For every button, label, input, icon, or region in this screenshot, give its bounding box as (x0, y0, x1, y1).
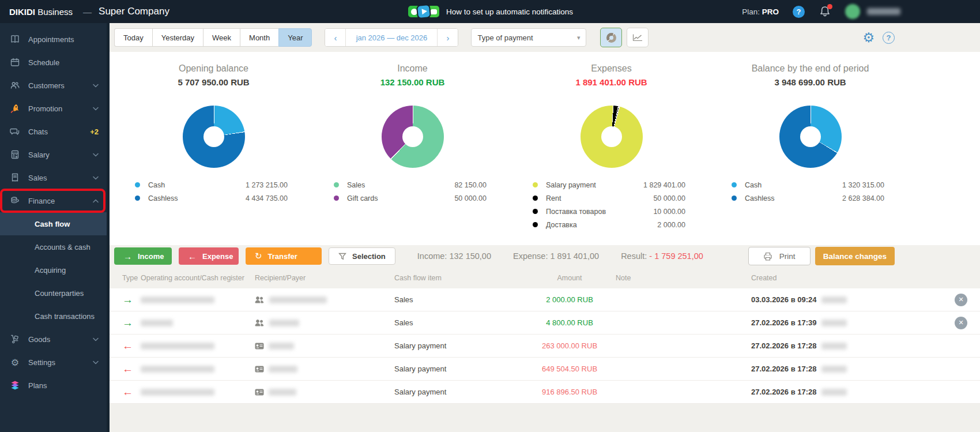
sidebar-item-chats[interactable]: Chats +2 (0, 120, 107, 143)
printer-icon (763, 252, 772, 261)
legend-value: 82 150.00 (454, 181, 487, 189)
table-row[interactable]: ← Salary payment 649 504.50 RUB 27.02.20… (107, 358, 980, 381)
sidebar-item-label: Chats (28, 127, 90, 136)
period-today-button[interactable]: Today (114, 28, 152, 47)
legend-value: 4 434 735.00 (246, 194, 288, 202)
sidebar-item-cash-flow[interactable]: Cash flow (0, 212, 107, 235)
selection-filter-button[interactable]: Selection (329, 247, 395, 265)
sidebar-item-cash-transactions[interactable]: Cash transactions (0, 305, 107, 328)
chevron-up-icon (93, 199, 99, 203)
sidebar-item-accounts-cash[interactable]: Accounts & cash (0, 235, 107, 258)
balance-changes-button[interactable]: Balance changes (815, 247, 895, 265)
table-row[interactable]: → Sales 2 000.00 RUB 03.03.2026 в 09:24 … (107, 288, 980, 311)
sidebar-item-customers[interactable]: Customers (0, 74, 107, 97)
line-chart-view-button[interactable] (627, 28, 649, 47)
account-blurred (141, 364, 255, 374)
legend-value: 50 000.00 (454, 194, 487, 202)
sidebar-item-acquiring[interactable]: Acquiring (0, 258, 107, 281)
amount: 916 896.50 RUB (529, 388, 610, 396)
sidebar-item-promotion[interactable]: Promotion (0, 97, 107, 120)
account-blurred (141, 341, 255, 351)
add-expense-button[interactable]: ←Expense (179, 247, 239, 265)
donut-chart-icon (606, 33, 616, 43)
legend-item: Cash 1 320 315.00 (732, 178, 884, 191)
help-icon[interactable]: ? (883, 32, 895, 44)
card-icon (255, 343, 264, 350)
calendar-icon (9, 57, 21, 67)
amount: 2 000.00 RUB (529, 295, 610, 304)
next-period-button[interactable]: › (437, 29, 458, 46)
legend-label: Cash (148, 181, 165, 189)
legend-label: Gift cards (347, 194, 378, 202)
expense-arrow-icon: ← (114, 386, 141, 399)
transfer-button[interactable]: ↻Transfer (246, 247, 322, 265)
add-income-button[interactable]: →Income (114, 247, 172, 265)
author-blurred (821, 296, 847, 303)
card-total: 5 707 950.00 RUB (114, 77, 313, 87)
legend-dot (732, 196, 737, 201)
legend-value: 1 320 315.00 (842, 181, 884, 189)
legend-label: Cashless (148, 194, 178, 202)
action-bar: →Income ←Expense ↻Transfer Selection Inc… (107, 245, 980, 267)
chevron-down-icon (93, 176, 99, 180)
legend-value: 10 000.00 (653, 208, 685, 216)
delete-row-button[interactable]: ✕ (955, 317, 967, 329)
notifications-bell-icon[interactable] (819, 5, 831, 18)
period-year-button[interactable]: Year (278, 28, 312, 47)
sidebar-item-schedule[interactable]: Schedule (0, 51, 107, 74)
sidebar-item-label: Sales (28, 174, 93, 182)
transfer-icon: ↻ (255, 251, 262, 261)
closing-balance-card: Balance by the end of period 3 948 699.0… (711, 52, 910, 245)
help-icon[interactable]: ? (793, 6, 805, 18)
card-title: Expenses (512, 63, 711, 74)
income-total: Income: 132 150,00 (417, 251, 491, 261)
recipient-cell (255, 366, 394, 373)
settings-gear-icon[interactable]: ⚙ (862, 31, 875, 44)
card-icon (255, 366, 264, 373)
cash-flow-item: Sales (394, 318, 529, 327)
legend-dot (732, 182, 737, 187)
legend-dot (135, 182, 140, 187)
author-blurred (821, 389, 847, 396)
print-button[interactable]: Print (748, 247, 811, 265)
period-month-button[interactable]: Month (240, 28, 278, 47)
payment-type-dropdown[interactable]: Type of payment ▾ (471, 28, 586, 47)
sidebar-item-plans[interactable]: Plans (0, 374, 107, 397)
recipient-blurred (269, 389, 296, 396)
column-recipient: Recipient/Payer (255, 274, 394, 282)
created-cell: 03.03.2026 в 09:24 (751, 295, 955, 304)
legend-item: Доставка 2 000.00 (533, 218, 685, 231)
plan-label: Plan: PRO (742, 7, 779, 16)
company-name[interactable]: Super Company (99, 6, 169, 17)
sidebar-item-salary[interactable]: Salary (0, 143, 107, 166)
legend-value: 2 628 384.00 (842, 194, 884, 202)
card-total: 132 150.00 RUB (313, 77, 512, 87)
sidebar-item-goods[interactable]: Goods (0, 328, 107, 351)
delete-row-button[interactable]: ✕ (955, 294, 967, 306)
expenses-card: Expenses 1 891 401.00 RUB Salary payment… (512, 52, 711, 245)
sidebar-item-sales[interactable]: Sales (0, 166, 107, 189)
legend-dot (533, 196, 538, 201)
sidebar-item-appointments[interactable]: Appointments (0, 28, 107, 51)
period-yesterday-button[interactable]: Yesterday (152, 28, 203, 47)
legend: Cash 1 320 315.00 Cashless 2 628 384.00 (711, 178, 910, 205)
sidebar-item-finance[interactable]: Finance (0, 189, 107, 212)
app-logo[interactable]: DIKIDI Business (9, 7, 73, 17)
opening-balance-donut-chart (183, 106, 245, 168)
sidebar-item-label: Salary (28, 151, 93, 159)
date-range-label[interactable]: jan 2026 — dec 2026 (346, 29, 437, 46)
summary-charts: Opening balance 5 707 950.00 RUB Cash 1 … (107, 52, 980, 245)
period-week-button[interactable]: Week (203, 28, 240, 47)
table-row[interactable]: ← Salary payment 916 896.50 RUB 27.02.20… (107, 381, 980, 404)
sidebar-item-settings[interactable]: ⚙ Settings (0, 351, 107, 374)
notification-banner-link[interactable]: How to set up automatic notifications (446, 7, 573, 16)
expense-arrow-icon: ← (114, 363, 141, 375)
avatar[interactable] (845, 4, 860, 19)
chevron-down-icon: ▾ (577, 34, 581, 42)
prev-period-button[interactable]: ‹ (325, 29, 346, 46)
donut-chart-view-button[interactable] (600, 28, 622, 47)
legend-label: Salary payment (546, 181, 596, 189)
table-row[interactable]: ← Salary payment 263 000.00 RUB 27.02.20… (107, 335, 980, 358)
sidebar-item-counterparties[interactable]: Counterparties (0, 281, 107, 305)
table-row[interactable]: → Sales 4 800.00 RUB 27.02.2026 в 17:39 … (107, 311, 980, 335)
